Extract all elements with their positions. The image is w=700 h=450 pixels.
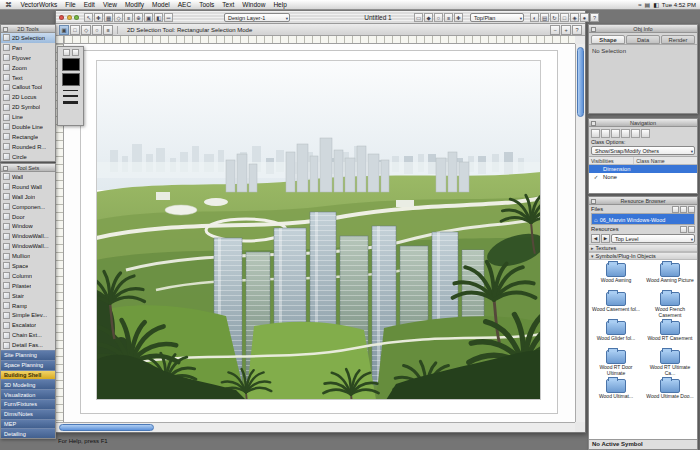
tool-item[interactable]: Rectangle	[1, 132, 55, 142]
zoom-window-icon[interactable]	[74, 15, 79, 20]
apple-menu-icon[interactable]: ⌘	[0, 1, 17, 9]
menubar-status-icon[interactable]: ▤	[645, 1, 651, 8]
mode-icon[interactable]: ○	[92, 25, 102, 35]
file-item[interactable]: ⌂ 06_Marvin Windows-Wood	[592, 214, 694, 225]
menu-item[interactable]: Model	[148, 0, 174, 10]
fill-color-swatch[interactable]	[62, 58, 80, 71]
symbol-folder[interactable]: Wood Awning	[589, 263, 643, 289]
toolbar-icon[interactable]: ○	[434, 13, 443, 22]
view-select[interactable]: Top/Plan ▾	[470, 13, 524, 22]
view-mode-icon[interactable]	[680, 226, 687, 233]
navigation-tab-icon[interactable]	[641, 129, 650, 138]
level-select[interactable]: Top Level ▾	[611, 234, 695, 243]
pen-color-swatch[interactable]	[62, 73, 80, 86]
resource-section[interactable]: Symbols/Plug-In Objects	[589, 252, 697, 260]
navigation-tab-icon[interactable]	[631, 129, 640, 138]
toolbar-icon[interactable]: ●	[580, 13, 589, 22]
tool-item[interactable]: Stair	[1, 291, 55, 301]
tool-item[interactable]: Callout Tool	[1, 82, 55, 92]
navigation-tab-icon[interactable]	[601, 129, 610, 138]
close-icon[interactable]	[3, 166, 8, 171]
drawing-canvas[interactable]	[64, 44, 575, 422]
menu-item[interactable]: Modify	[121, 0, 148, 10]
sort-icon[interactable]	[688, 226, 695, 233]
toolbar-icon[interactable]: ▭	[414, 13, 423, 22]
symbol-folder[interactable]: Wood Glider fol...	[589, 321, 643, 347]
toolbar-icon[interactable]: ◐	[530, 13, 539, 22]
class-row[interactable]: Dimension	[589, 165, 697, 174]
symbol-folder[interactable]: Wood RT Door Ultimate	[589, 350, 643, 376]
vertical-scrollbar[interactable]	[575, 44, 585, 422]
horizontal-scrollbar[interactable]	[56, 422, 575, 432]
toolbar-icon[interactable]: ═	[164, 13, 173, 22]
tool-item[interactable]: Flyover	[1, 53, 55, 63]
tool-item[interactable]: Escalator	[1, 320, 55, 330]
close-icon[interactable]	[591, 199, 596, 204]
symbol-folder[interactable]: Wood Awning Picture	[643, 263, 697, 289]
zoom-out-icon[interactable]: −	[550, 25, 560, 35]
browse-files-icon[interactable]	[672, 206, 679, 213]
tool-item[interactable]: Wall	[1, 172, 55, 182]
menu-item[interactable]: Window	[238, 0, 269, 10]
tool-item[interactable]: Componen...	[1, 202, 55, 212]
mode-icon[interactable]: □	[70, 25, 80, 35]
tool-item[interactable]: Line	[1, 112, 55, 122]
tool-item[interactable]: WindowWall...	[1, 231, 55, 241]
tool-set-category[interactable]: Building Shell	[1, 370, 55, 380]
menu-item[interactable]: VectorWorks	[17, 0, 62, 10]
navigation-tab-icon[interactable]	[621, 129, 630, 138]
palette-title-bar[interactable]: Tool Sets	[1, 164, 55, 172]
tool-item[interactable]: 2D Locus	[1, 92, 55, 102]
tool-item[interactable]: Door	[1, 212, 55, 222]
menu-clock[interactable]: Tue 4:52 PM	[662, 2, 696, 8]
tool-item[interactable]: Circle	[1, 152, 55, 162]
toolbar-icon[interactable]: ✚	[454, 13, 463, 22]
fill-style-dropdown-icon[interactable]	[63, 49, 70, 56]
back-icon[interactable]: ◀	[591, 234, 600, 243]
menubar-status-icon[interactable]: ≈	[638, 2, 641, 8]
line-weight-sample[interactable]	[63, 90, 78, 91]
menu-item[interactable]: Tools	[195, 0, 218, 10]
tool-item[interactable]: Pilaster	[1, 281, 55, 291]
pen-style-dropdown-icon[interactable]	[72, 49, 79, 56]
line-weight-sample[interactable]	[63, 101, 78, 104]
toolbar-icon[interactable]: ⊕	[134, 13, 143, 22]
toolbar-icon[interactable]: ◈	[570, 13, 579, 22]
tab[interactable]: Render	[661, 35, 695, 44]
tool-item[interactable]: Text	[1, 73, 55, 83]
minimize-window-icon[interactable]	[67, 15, 72, 20]
tool-set-category[interactable]: Dims/Notes	[1, 409, 55, 419]
toolbar-icon[interactable]: ▣	[144, 13, 153, 22]
tool-item[interactable]: Double Line	[1, 122, 55, 132]
tool-set-category[interactable]: Space Planning	[1, 360, 55, 370]
menu-item[interactable]: AEC	[174, 0, 195, 10]
toolbar-icon[interactable]: ◆	[424, 13, 433, 22]
palette-title-bar[interactable]: Navigation	[589, 119, 697, 127]
tool-item[interactable]: Pan	[1, 43, 55, 53]
toolbar-icon[interactable]: ▦	[104, 13, 113, 22]
column-header[interactable]: Visibilities	[589, 157, 634, 164]
tool-item[interactable]: Rounded R...	[1, 142, 55, 152]
tool-item[interactable]: 2D Selection	[1, 33, 55, 43]
palette-title-bar[interactable]: Obj Info	[589, 25, 697, 33]
tab[interactable]: Shape	[591, 35, 625, 44]
layer-select[interactable]: Design Layer-1 ▾	[224, 13, 290, 22]
tool-set-category[interactable]: 3D Modeling	[1, 379, 55, 389]
tab[interactable]: Data	[626, 35, 660, 44]
tool-item[interactable]: Space	[1, 261, 55, 271]
toolbar-icon[interactable]: □	[560, 13, 569, 22]
symbol-folder[interactable]: Wood RT Casement	[643, 321, 697, 347]
symbol-folder[interactable]: Wood Ultimat...	[589, 379, 643, 405]
toolbar-icon[interactable]: ✚	[94, 13, 103, 22]
toolbar-icon[interactable]: ≡	[444, 13, 453, 22]
tool-item[interactable]: Column	[1, 271, 55, 281]
navigation-tab-icon[interactable]	[611, 129, 620, 138]
zoom-in-icon[interactable]: +	[561, 25, 571, 35]
menu-item[interactable]: File	[61, 0, 79, 10]
mode-icon[interactable]: ◇	[81, 25, 91, 35]
tool-set-category[interactable]: MEP	[1, 419, 55, 429]
palette-title-bar[interactable]: 2D Tools	[1, 25, 55, 33]
toolbar-icon[interactable]: ↖	[84, 13, 93, 22]
resource-section[interactable]: Textures	[589, 244, 697, 252]
tool-item[interactable]: Wall Join	[1, 192, 55, 202]
